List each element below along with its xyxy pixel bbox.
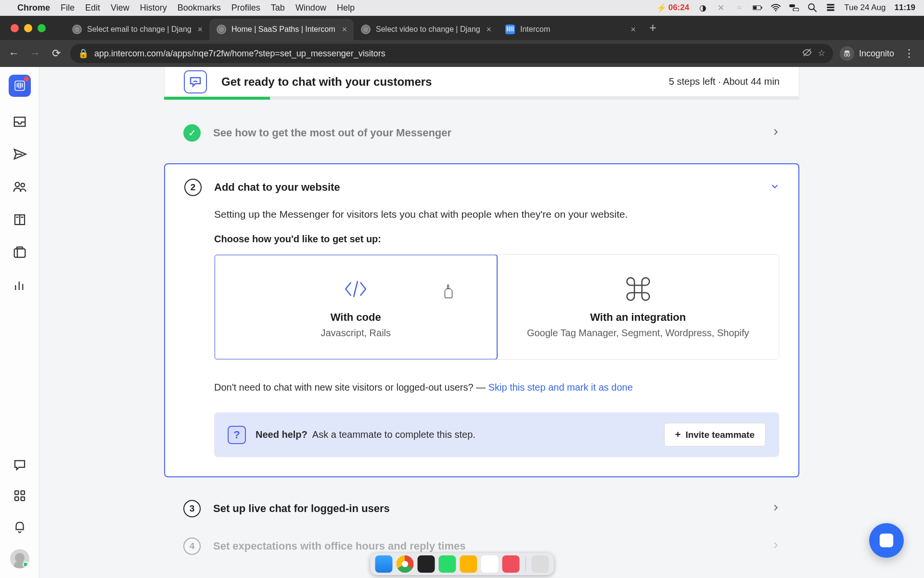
svg-rect-10	[827, 9, 834, 11]
svg-rect-8	[827, 4, 834, 5]
intercom-launcher-button[interactable]	[869, 523, 904, 558]
status-icon-1[interactable]: ◑	[698, 3, 707, 13]
send-icon[interactable]	[12, 146, 28, 162]
globe-icon	[72, 24, 82, 35]
step-2-description: Setting up the Messenger for visitors le…	[214, 209, 779, 220]
step-1-row[interactable]: ✓ See how to get the most out of your Me…	[164, 114, 799, 152]
mac-active-app[interactable]: Chrome	[17, 3, 50, 13]
wifi-icon[interactable]	[771, 3, 781, 13]
svg-rect-33	[21, 497, 25, 501]
control-center-icon[interactable]	[789, 3, 799, 13]
step-4-label: Set expectations with office hours and r…	[213, 540, 771, 552]
svg-rect-31	[21, 491, 25, 495]
svg-point-3	[775, 10, 777, 11]
dock-terminal[interactable]	[418, 555, 435, 573]
battery-icon[interactable]	[753, 3, 762, 13]
platform-icon[interactable]	[12, 244, 28, 261]
chevron-right-icon	[771, 503, 780, 514]
help-desc: Ask a teammate to complete this step.	[312, 429, 475, 440]
intercom-logo[interactable]	[9, 75, 31, 97]
dock-notes[interactable]	[481, 555, 499, 573]
dock-chrome[interactable]	[397, 555, 414, 573]
browser-tab-2[interactable]: Select video to change | Djang ×	[354, 19, 498, 40]
mac-menu-profiles[interactable]: Profiles	[231, 3, 260, 13]
intercom-icon	[505, 24, 515, 35]
window-maximize-button[interactable]	[38, 24, 46, 32]
battery-warning-time: 06:24	[668, 3, 689, 13]
window-close-button[interactable]	[11, 24, 19, 32]
status-icon-2[interactable]: ✕	[716, 3, 726, 13]
bookmark-star-icon[interactable]: ☆	[818, 48, 825, 60]
browser-tab-0[interactable]: Select email to change | Djang ×	[65, 19, 209, 40]
svg-point-6	[808, 4, 814, 10]
step-3-row[interactable]: 3 Set up live chat for logged-in users	[164, 490, 799, 527]
invite-teammate-button[interactable]: + Invite teammate	[664, 423, 766, 447]
apps-icon[interactable]	[12, 487, 28, 504]
need-help-banner: ? Need help? Ask a teammate to complete …	[214, 412, 779, 457]
svg-rect-1	[753, 6, 757, 9]
articles-icon[interactable]	[12, 211, 28, 228]
mac-menu-view[interactable]: View	[111, 3, 129, 13]
dock-app[interactable]	[502, 555, 520, 573]
svg-point-13	[847, 53, 849, 56]
window-minimize-button[interactable]	[24, 24, 32, 32]
dock-pycharm[interactable]	[439, 555, 456, 573]
nav-forward-button[interactable]: →	[28, 46, 42, 61]
step-2-header[interactable]: 2 Add chat to your website	[184, 179, 779, 196]
notification-center-icon[interactable]	[826, 3, 835, 13]
contacts-icon[interactable]	[12, 179, 28, 195]
svg-point-12	[844, 53, 847, 56]
new-tab-button[interactable]: +	[649, 20, 656, 35]
mac-menu-help[interactable]: Help	[337, 3, 355, 13]
tab-close-button[interactable]: ×	[486, 25, 491, 35]
tab-title: Select video to change | Djang	[376, 25, 481, 34]
dock-finder[interactable]	[375, 555, 393, 573]
status-icon-3[interactable]: ≈	[734, 3, 744, 13]
spotlight-icon[interactable]	[808, 3, 817, 13]
tab-close-button[interactable]: ×	[342, 25, 347, 35]
tab-close-button[interactable]: ×	[630, 25, 636, 35]
incognito-indicator[interactable]: Incognito	[840, 46, 894, 61]
chrome-tabstrip: Select email to change | Djang × Home | …	[0, 16, 924, 40]
reports-icon[interactable]	[12, 277, 28, 293]
option-with-integration[interactable]: With an integration Google Tag Manager, …	[497, 255, 779, 359]
chevron-right-icon	[771, 541, 780, 552]
dock-trash[interactable]	[532, 555, 549, 573]
tab-close-button[interactable]: ×	[197, 25, 203, 35]
chrome-menu-button[interactable]: ⋮	[901, 47, 917, 60]
step-2-choose-label: Choose how you'd like to get set up:	[214, 234, 779, 245]
option-with-code[interactable]: With code Javascript, Rails	[214, 254, 498, 360]
incognito-icon	[840, 46, 854, 61]
mac-menu-bookmarks[interactable]: Bookmarks	[178, 3, 221, 13]
onboarding-header: Get ready to chat with your customers 5 …	[164, 67, 799, 97]
chevron-down-icon	[770, 182, 779, 193]
battery-warning-icon[interactable]: ⚡06:24	[656, 3, 689, 13]
nav-reload-button[interactable]: ⟳	[49, 46, 64, 61]
mac-menubar: Chrome File Edit View History Bookmarks …	[0, 0, 924, 16]
eye-off-icon[interactable]	[802, 48, 812, 60]
notifications-icon[interactable]	[12, 518, 28, 535]
user-avatar[interactable]	[10, 549, 29, 568]
nav-back-button[interactable]: ←	[7, 46, 21, 61]
mac-menu-tab[interactable]: Tab	[271, 3, 285, 13]
skip-step-link[interactable]: Skip this step and mark it as done	[488, 382, 633, 393]
inbox-icon[interactable]	[12, 113, 28, 130]
lock-icon[interactable]: 🔒	[78, 48, 89, 59]
browser-tab-3[interactable]: Intercom ×	[498, 19, 642, 40]
mac-menu-file[interactable]: File	[61, 3, 75, 13]
browser-tab-1[interactable]: Home | SaaS Paths | Intercom ×	[209, 19, 354, 40]
chat-icon[interactable]	[12, 457, 28, 473]
mac-date[interactable]: Tue 24 Aug	[844, 3, 886, 13]
step-3-label: Set up live chat for logged-in users	[213, 502, 771, 515]
option-subtitle: Javascript, Rails	[321, 328, 391, 339]
svg-point-21	[21, 184, 25, 187]
address-bar[interactable]: 🔒 app.intercom.com/a/apps/nqe7r2fw/home?…	[70, 44, 833, 63]
mac-menu-history[interactable]: History	[140, 3, 167, 13]
mac-time[interactable]: 11:19	[895, 3, 915, 13]
mac-menu-edit[interactable]: Edit	[85, 3, 100, 13]
svg-rect-4	[789, 4, 795, 7]
setup-options: With code Javascript, Rails With an inte…	[214, 254, 779, 360]
tab-title: Select email to change | Djang	[87, 25, 192, 34]
mac-menu-window[interactable]: Window	[295, 3, 326, 13]
dock-sublime[interactable]	[460, 555, 477, 573]
